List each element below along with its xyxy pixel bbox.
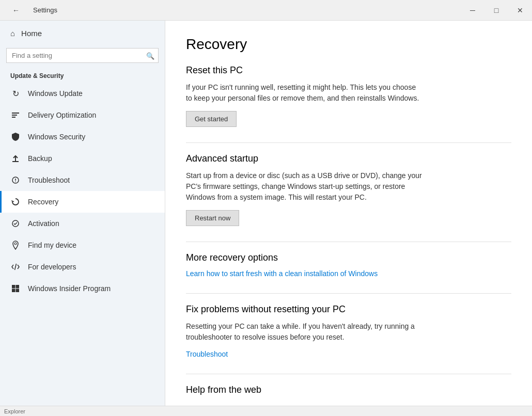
sidebar-item-label: Recovery (28, 198, 58, 206)
sidebar-item-label: For developers (28, 263, 76, 271)
windows-update-icon: ↻ (10, 88, 21, 99)
svg-point-6 (15, 181, 16, 182)
page-title: Recovery (186, 36, 511, 53)
advanced-startup-title: Advanced startup (186, 153, 511, 164)
reset-pc-desc: If your PC isn't running well, resetting… (186, 82, 424, 104)
sidebar-item-windows-security[interactable]: Windows Security (0, 126, 165, 148)
clean-install-link[interactable]: Learn how to start fresh with a clean in… (186, 269, 378, 278)
sidebar-item-find-my-device[interactable]: Find my device (0, 234, 165, 256)
sidebar-item-activation[interactable]: Activation (0, 213, 165, 234)
sidebar-item-label: Find my device (28, 241, 76, 249)
sidebar-section-title: Update & Security (0, 67, 165, 83)
svg-rect-13 (16, 289, 20, 293)
svg-rect-3 (12, 161, 19, 162)
troubleshoot-link[interactable]: Troubleshoot (186, 350, 228, 358)
title-bar-left: ← Settings (4, 0, 57, 21)
search-icon: 🔍 (146, 52, 154, 59)
help-web-title: Help from the web (186, 385, 511, 395)
sidebar-home-button[interactable]: ⌂ Home (0, 21, 165, 46)
sidebar-item-windows-insider[interactable]: Windows Insider Program (0, 278, 165, 299)
sidebar-item-label: Delivery Optimization (28, 111, 96, 119)
divider-3 (186, 293, 511, 294)
sidebar-item-windows-update[interactable]: ↻ Windows Update (0, 83, 165, 104)
minimize-button[interactable]: ─ (461, 0, 484, 21)
svg-line-9 (15, 264, 17, 270)
window-controls: ─ □ ✕ (461, 0, 532, 21)
close-button[interactable]: ✕ (508, 0, 532, 21)
sidebar: ⌂ Home 🔍 Update & Security ↻ Windows Upd… (0, 21, 165, 406)
search-input[interactable] (6, 48, 159, 63)
svg-rect-11 (16, 285, 20, 289)
section-reset-pc: Reset this PC If your PC isn't running w… (186, 65, 511, 127)
svg-rect-2 (12, 117, 15, 118)
windows-security-icon (10, 132, 21, 142)
content-area: Recovery Reset this PC If your PC isn't … (165, 21, 532, 406)
app-title: Settings (33, 6, 57, 14)
section-help-web: Help from the web (186, 385, 511, 395)
home-icon: ⌂ (10, 29, 15, 38)
sidebar-item-for-developers[interactable]: For developers (0, 256, 165, 278)
delivery-optimization-icon (10, 110, 21, 120)
back-button[interactable]: ← (4, 0, 28, 21)
activation-icon (10, 218, 21, 229)
find-my-device-icon (10, 240, 21, 250)
svg-rect-0 (12, 113, 19, 114)
sidebar-search-container: 🔍 (6, 48, 159, 63)
sidebar-item-label: Windows Security (28, 133, 85, 141)
app-body: ⌂ Home 🔍 Update & Security ↻ Windows Upd… (0, 21, 532, 406)
more-recovery-title: More recovery options (186, 252, 511, 263)
sidebar-item-label: Activation (28, 219, 59, 228)
bottom-bar-label: Explorer (4, 408, 25, 414)
divider-2 (186, 242, 511, 242)
divider-4 (186, 374, 511, 374)
section-fix-problems: Fix problems without resetting your PC R… (186, 304, 511, 358)
fix-problems-desc: Resetting your PC can take a while. If y… (186, 321, 424, 343)
section-advanced-startup: Advanced startup Start up from a device … (186, 153, 511, 226)
maximize-button[interactable]: □ (484, 0, 508, 21)
svg-rect-10 (12, 285, 15, 289)
sidebar-item-recovery[interactable]: Recovery (0, 191, 165, 213)
svg-rect-1 (12, 115, 17, 116)
sidebar-item-label: Backup (28, 154, 52, 163)
restart-now-button[interactable]: Restart now (186, 210, 239, 226)
reset-pc-title: Reset this PC (186, 65, 511, 76)
windows-insider-icon (10, 283, 21, 294)
sidebar-item-backup[interactable]: Backup (0, 148, 165, 169)
section-more-recovery: More recovery options Learn how to start… (186, 252, 511, 278)
home-label: Home (21, 29, 42, 38)
bottom-bar: Explorer (0, 406, 532, 416)
sidebar-item-label: Windows Insider Program (28, 284, 111, 293)
divider-1 (186, 142, 511, 143)
sidebar-item-delivery-optimization[interactable]: Delivery Optimization (0, 104, 165, 126)
sidebar-item-label: Windows Update (28, 89, 83, 98)
fix-problems-title: Fix problems without resetting your PC (186, 304, 511, 315)
svg-point-8 (14, 243, 17, 245)
advanced-startup-desc: Start up from a device or disc (such as … (186, 170, 424, 203)
sidebar-item-label: Troubleshoot (28, 176, 70, 184)
troubleshoot-icon (10, 175, 21, 185)
sidebar-item-troubleshoot[interactable]: Troubleshoot (0, 169, 165, 191)
title-bar: ← Settings ─ □ ✕ (0, 0, 532, 21)
recovery-icon (10, 197, 21, 207)
get-started-button[interactable]: Get started (186, 111, 237, 127)
for-developers-icon (10, 262, 21, 272)
backup-icon (10, 153, 21, 164)
svg-rect-12 (12, 289, 15, 293)
